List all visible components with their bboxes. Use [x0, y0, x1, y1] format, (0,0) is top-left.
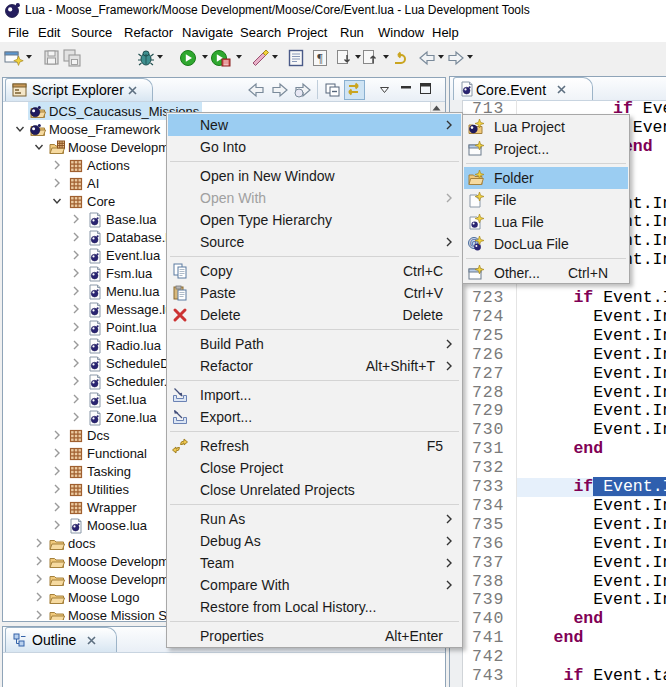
svg-text:¶: ¶ — [317, 51, 323, 65]
